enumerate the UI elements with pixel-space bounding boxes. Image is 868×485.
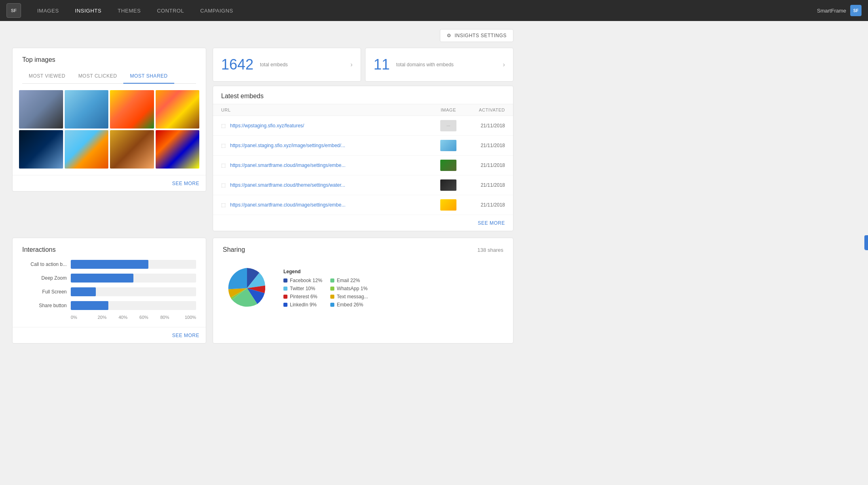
embeds-arrow-icon: › (351, 61, 353, 68)
external-link-icon-4: ⬚ (221, 182, 227, 188)
embed-date-5: 21/11/2018 (465, 202, 505, 208)
bar-label-4: Share button (22, 303, 67, 308)
total-embeds-label: total embeds (260, 61, 288, 68)
embed-thumb-3 (432, 160, 465, 171)
nav-items: IMAGES INSIGHTS THEMES CONTROL CAMPAIGNS (29, 0, 817, 21)
nav-item-control[interactable]: CONTROL (149, 0, 192, 21)
nav-item-insights[interactable]: INSIGHTS (67, 0, 110, 21)
image-cell-6[interactable] (65, 130, 109, 169)
bar-row-3: Full Screen (22, 287, 196, 296)
thumb-image-3 (440, 160, 456, 171)
pie-svg (223, 264, 271, 312)
embed-url-3[interactable]: https://panel.smartframe.cloud/image/set… (230, 162, 432, 168)
legend-dot-twitter (283, 287, 287, 291)
insights-settings-button[interactable]: ⚙ INSIGHTS SETTINGS (440, 29, 513, 42)
image-cell-7[interactable] (110, 130, 154, 169)
embed-url-5[interactable]: https://panel.smartframe.cloud/image/set… (230, 202, 432, 208)
image-cell-2[interactable] (65, 90, 109, 129)
sharing-title: Sharing (223, 246, 245, 253)
bar-label-1: Call to action b... (22, 261, 67, 267)
embed-url-2[interactable]: https://panel.staging.sfio.xyz/image/set… (230, 143, 432, 148)
embed-url-1[interactable]: https://wpstaging.sfio.xyz/features/ (230, 123, 432, 129)
thumb-image-4 (440, 179, 456, 191)
top-images-see-more-link[interactable]: SEE MORE (172, 181, 199, 186)
external-link-icon-5: ⬚ (221, 202, 227, 208)
bar-fill-1 (71, 260, 148, 269)
interactions-header: Interactions (13, 238, 206, 260)
latest-embeds-panel: Latest embeds URL Image Activated ⬚ http… (213, 86, 513, 231)
interactions-see-more-link[interactable]: SEE MORE (172, 333, 199, 338)
top-images-see-more-row: SEE MORE (13, 175, 206, 191)
tab-most-clicked[interactable]: MOST CLICKED (72, 69, 124, 84)
legend-item-pinterest: Pinterest 6% (283, 294, 322, 299)
axis-0: 0% (71, 315, 92, 320)
latest-embeds-see-more-link[interactable]: SEE MORE (478, 220, 505, 226)
image-cell-1[interactable] (19, 90, 63, 129)
total-domains-number: 11 (374, 56, 390, 73)
bar-track-1 (71, 260, 196, 269)
tab-most-shared[interactable]: MOST SHARED (123, 69, 174, 84)
external-link-icon-2: ⬚ (221, 143, 227, 148)
nav-item-themes[interactable]: THEMES (110, 0, 149, 21)
embed-date-2: 21/11/2018 (465, 143, 505, 148)
embed-thumb-5 (432, 199, 465, 211)
external-link-icon-3: ⬚ (221, 162, 227, 168)
sharing-panel: Sharing 138 shares (213, 238, 513, 344)
embed-url-4[interactable]: https://panel.smartframe.cloud/theme/set… (230, 182, 432, 188)
image-cell-4[interactable] (156, 90, 200, 129)
thumb-image-2 (440, 140, 456, 151)
bar-label-2: Deep Zoom (22, 275, 67, 281)
legend-label-whatsapp: WhatsApp 1% (337, 286, 367, 291)
tab-most-viewed[interactable]: MOST VIEWED (22, 69, 72, 84)
stat-card-domains[interactable]: 11 total domains with embeds › (365, 48, 513, 82)
legend-title: Legend (283, 269, 503, 274)
bar-track-4 (71, 301, 196, 310)
gear-icon: ⚙ (447, 33, 452, 38)
axis-60: 60% (133, 315, 154, 320)
col-header-image: Image (432, 108, 465, 112)
legend-item-whatsapp: WhatsApp 1% (330, 286, 368, 291)
right-edge-tab[interactable]: › (865, 235, 868, 250)
latest-embeds-see-more-row: SEE MORE (213, 215, 513, 231)
embed-thumb-1: — (432, 120, 465, 131)
image-cell-5[interactable] (19, 130, 63, 169)
embed-row-1: ⬚ https://wpstaging.sfio.xyz/features/ —… (213, 116, 513, 136)
image-cell-8[interactable] (156, 130, 200, 169)
legend-label-text: Text messag... (337, 294, 368, 299)
legend-dot-whatsapp (330, 287, 334, 291)
embed-row-2: ⬚ https://panel.staging.sfio.xyz/image/s… (213, 136, 513, 156)
legend-item-linkedin: LinkedIn 9% (283, 302, 322, 308)
image-grid (13, 84, 206, 175)
top-row: Top images MOST VIEWED MOST CLICKED MOST… (12, 48, 513, 231)
embed-row-3: ⬚ https://panel.smartframe.cloud/image/s… (213, 156, 513, 175)
thumb-image-1: — (440, 120, 456, 131)
bottom-row: Interactions Call to action b... Deep Zo… (12, 238, 513, 344)
legend-cols: Facebook 12% Twitter 10% Pinterest 6% (283, 278, 503, 308)
top-images-header: Top images MOST VIEWED MOST CLICKED MOST… (13, 48, 206, 84)
nav-item-images[interactable]: IMAGES (29, 0, 67, 21)
axis-80: 80% (154, 315, 175, 320)
latest-embeds-title: Latest embeds (221, 93, 505, 100)
thumb-image-5 (440, 199, 456, 211)
interactions-panel: Interactions Call to action b... Deep Zo… (12, 238, 206, 344)
embed-thumb-4 (432, 179, 465, 191)
nav-avatar[interactable]: SF (850, 5, 862, 16)
bar-row-1: Call to action b... (22, 260, 196, 269)
legend-container: Legend Facebook 12% Twitter 10% (283, 269, 503, 308)
insights-settings-label: INSIGHTS SETTINGS (454, 33, 507, 38)
axis-100: 100% (175, 315, 196, 320)
stat-card-embeds[interactable]: 1642 total embeds › (213, 48, 361, 82)
nav-item-campaigns[interactable]: CAMPAIGNS (192, 0, 241, 21)
pie-chart (223, 264, 271, 312)
nav-logo[interactable]: SF (6, 3, 21, 18)
image-cell-3[interactable] (110, 90, 154, 129)
legend-dot-pinterest (283, 295, 287, 299)
total-domains-label: total domains with embeds (396, 61, 454, 68)
embed-row-5: ⬚ https://panel.smartframe.cloud/image/s… (213, 195, 513, 215)
legend-dot-facebook (283, 278, 287, 283)
embed-date-3: 21/11/2018 (465, 162, 505, 168)
legend-item-text: Text messag... (330, 294, 368, 299)
latest-embeds-header: Latest embeds (213, 86, 513, 104)
legend-label-embed: Embed 26% (337, 302, 363, 308)
legend-label-email: Email 22% (337, 278, 360, 283)
